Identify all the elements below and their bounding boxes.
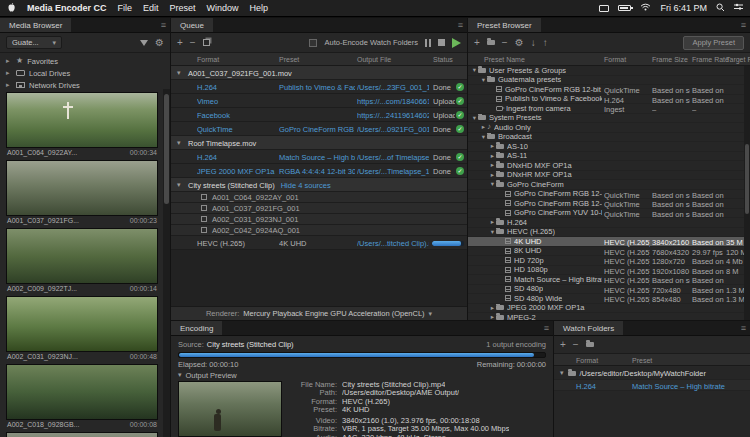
preset-settings-icon[interactable]: ⚙	[515, 38, 524, 48]
media-tree-item[interactable]: ▸Local Drives	[0, 67, 170, 79]
chevron-down-icon[interactable]: ▾	[177, 69, 181, 77]
preset-link[interactable]: GoPro CineForm RGB 12-...	[279, 125, 355, 134]
panel-menu-icon[interactable]: ≡	[458, 20, 463, 30]
chevron-down-icon[interactable]: ▾	[480, 76, 487, 84]
queue-row-source[interactable]: A001_C037_0921FG_001	[171, 203, 467, 214]
column-frame-size[interactable]: Frame Size	[652, 56, 688, 63]
media-clip[interactable]: A001_C064_0922AY...00:00:34	[6, 92, 158, 156]
column-frame-rate[interactable]: Frame Rate	[692, 56, 729, 63]
preset-row[interactable]: ▾User Presets & Groups	[468, 66, 744, 76]
preset-link[interactable]: RGBA 4:4:4:4 12-bit 30...	[279, 167, 355, 176]
chevron-down-icon[interactable]: ▾	[489, 228, 496, 236]
search-icon[interactable]	[716, 3, 725, 14]
format-link[interactable]: Vimeo	[197, 97, 277, 106]
column-output-file[interactable]: Output File	[357, 56, 391, 63]
chevron-right-icon[interactable]: ▸	[489, 161, 496, 169]
remove-watch-folder-button[interactable]: −	[573, 340, 579, 350]
preset-row[interactable]: ▾Broadcast	[468, 133, 744, 143]
format-link[interactable]: H.264	[197, 83, 277, 92]
preset-row[interactable]: ▾System Presets	[468, 114, 744, 124]
output-file-link[interactable]: https://...24119614602283	[357, 111, 429, 120]
stop-icon[interactable]	[438, 39, 445, 46]
battery-icon[interactable]	[618, 5, 631, 11]
panel-menu-icon[interactable]: ≡	[161, 20, 166, 30]
apple-menu-icon[interactable]	[7, 2, 16, 15]
format-link[interactable]: HEVC (H.265)	[197, 239, 277, 248]
preset-row[interactable]: ▸MPEG-2	[468, 313, 744, 320]
preset-row[interactable]: HD 720pHEVC (H.265)1280x720Based on sour…	[468, 256, 744, 266]
chevron-down-icon[interactable]: ▾	[560, 369, 564, 377]
queue-row-output[interactable]: Vimeohttps://...com/184066142Uploaded✓	[171, 94, 467, 108]
column-preset[interactable]: Preset	[632, 357, 652, 364]
output-file-link[interactable]: /Users/...titched Clip).mp4	[357, 239, 429, 248]
queue-row-source[interactable]: A002_C031_0923NJ_001	[171, 214, 467, 225]
queue-row-output[interactable]: H.264Match Source – High bitr.../Users/.…	[171, 150, 467, 164]
preset-row[interactable]: ▸DNxHD MXF OP1a	[468, 161, 744, 171]
preset-link[interactable]: Publish to Vimeo & Face...	[279, 83, 355, 92]
column-format[interactable]: Format	[604, 56, 626, 63]
panel-menu-icon[interactable]: ≡	[741, 323, 746, 333]
column-format[interactable]: Format	[576, 357, 598, 364]
chevron-down-icon[interactable]: ▾	[178, 371, 182, 379]
queue-row-output[interactable]: Facebookhttps://...24119614602283Uploade…	[171, 108, 467, 122]
column-preset[interactable]: Preset	[279, 56, 299, 63]
media-clip[interactable]: A001_C037_0921FG...00:00:23	[6, 160, 158, 224]
chevron-right-icon[interactable]: ▸	[489, 152, 496, 160]
media-clip[interactable]: A002_C009_0922TJ...00:00:14	[6, 228, 158, 292]
format-link[interactable]: JPEG 2000 MXF OP1a	[197, 167, 277, 176]
source-select[interactable]: Guate...▾	[6, 36, 62, 49]
media-scrollbar[interactable]	[163, 89, 170, 437]
menu-item-file[interactable]: File	[118, 3, 133, 13]
pause-icon[interactable]	[425, 39, 431, 47]
start-queue-icon[interactable]	[452, 38, 461, 48]
preset-row[interactable]: GoPro CineForm RGB 12-bit with alphaQuic…	[468, 190, 744, 200]
menu-item-edit[interactable]: Edit	[143, 3, 159, 13]
queue-row-output[interactable]: JPEG 2000 MXF OP1aRGBA 4:4:4:4 12-bit 30…	[171, 164, 467, 178]
preset-row[interactable]: HD 1080pHEVC (H.265)1920x1080Based on so…	[468, 266, 744, 276]
chevron-down-icon[interactable]: ▾	[177, 139, 181, 147]
watch-format-link[interactable]: H.264	[576, 382, 596, 391]
renderer-select[interactable]: Mercury Playback Engine GPU Acceleration…	[243, 309, 424, 318]
chevron-down-icon[interactable]: ▾	[177, 181, 181, 189]
import-preset-icon[interactable]: ↓	[531, 38, 536, 48]
chevron-right-icon[interactable]: ▸	[489, 171, 496, 179]
preset-row[interactable]: ▾HEVC (H.265)	[468, 228, 744, 238]
panel-menu-icon[interactable]: ≡	[544, 323, 549, 333]
format-link[interactable]: H.264	[197, 153, 277, 162]
queue-row-output[interactable]: QuickTimeGoPro CineForm RGB 12-.../Users…	[171, 122, 467, 136]
chevron-right-icon[interactable]: ▸	[6, 57, 12, 65]
queue-row-group[interactable]: ▾City streets (Stitched Clip)Hide 4 sour…	[171, 178, 467, 192]
preset-row[interactable]: Match Source – High BitrateHEVC (H.265)B…	[468, 275, 744, 285]
menu-item-help[interactable]: Help	[250, 3, 269, 13]
tab-encoding[interactable]: Encoding	[171, 321, 222, 335]
preset-row[interactable]: ▸AS-11	[468, 152, 744, 162]
column-format[interactable]: Format	[197, 56, 219, 63]
watch-folder-row[interactable]: ▾ /Users/editor/Desktop/MyWatchFolder	[554, 367, 750, 379]
new-group-icon[interactable]	[487, 40, 495, 45]
preset-row[interactable]: ▸DNxHR MXF OP1a	[468, 171, 744, 181]
preset-row[interactable]: SD 480p WideHEVC (H.265)854x480Based on …	[468, 294, 744, 304]
tab-preset-browser[interactable]: Preset Browser	[468, 18, 541, 32]
column-target-rate[interactable]: Target Ra	[726, 56, 750, 63]
preset-row[interactable]: ▸AS-10	[468, 142, 744, 152]
new-preset-button[interactable]: +	[474, 38, 480, 48]
queue-row-group[interactable]: ▾Roof Timelapse.mov	[171, 136, 467, 150]
tab-media-browser[interactable]: Media Browser	[0, 18, 71, 32]
queue-row-output[interactable]: H.264Publish to Vimeo & Face.../Users/..…	[171, 80, 467, 94]
chevron-down-icon[interactable]: ▾	[489, 180, 496, 188]
chevron-right-icon[interactable]: ▸	[6, 81, 12, 89]
menu-clock[interactable]: Fri 6:41 PM	[660, 3, 707, 13]
hide-sources-link[interactable]: Hide 4 sources	[281, 181, 331, 190]
chevron-down-icon[interactable]: ▾	[480, 133, 487, 141]
queue-row-group[interactable]: ▾A001_C037_0921FG_001.mov	[171, 66, 467, 80]
preset-row[interactable]: ▸♪Audio Only	[468, 123, 744, 133]
output-file-link[interactable]: https://...com/184066142	[357, 97, 429, 106]
preset-row[interactable]: ▾GoPro CineForm	[468, 180, 744, 190]
watch-preset-link[interactable]: Match Source – High bitrate	[632, 382, 744, 391]
queue-row-source[interactable]: A002_C042_0924AQ_001	[171, 225, 467, 236]
app-menu[interactable]: Media Encoder CC	[27, 3, 107, 13]
view-settings-icon[interactable]: ⚙	[155, 38, 164, 48]
preset-scrollbar[interactable]	[744, 66, 750, 320]
preset-row[interactable]: ▸JPEG 2000 MXF OP1a	[468, 304, 744, 314]
preset-row[interactable]: GoPro CineForm RGB 12-bit with alpha (Al…	[468, 85, 744, 95]
